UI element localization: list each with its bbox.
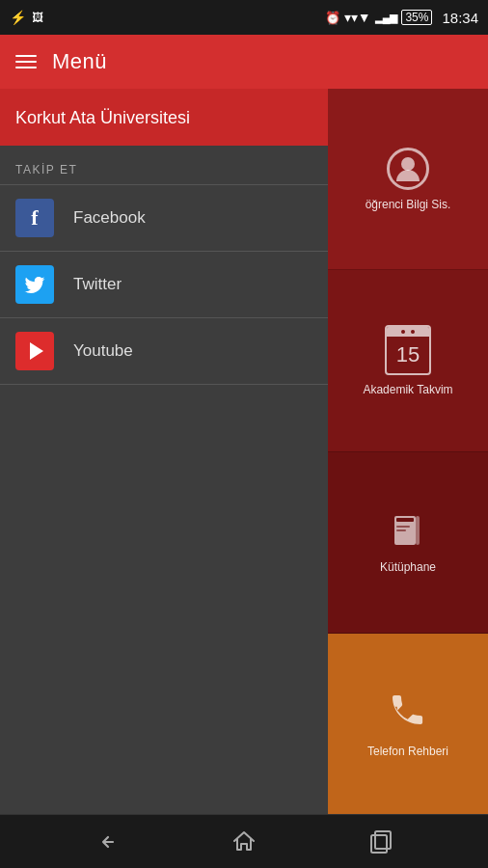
app-bar: Menü [0,35,488,89]
drawer-header-title: Korkut Ata Üniversitesi [15,108,190,127]
status-bar: ⚡ 🖼 ⏰ ▾▾▼ ▂▄▆ 35% 18:34 [0,0,488,35]
calendar-icon: 15 [385,325,431,375]
status-bar-right: ⏰ ▾▾▼ ▂▄▆ 35% 18:34 [325,10,478,26]
svg-rect-2 [396,518,414,522]
tile-akademik[interactable]: 15 Akademik Takvim [328,270,488,451]
calendar-day: 15 [387,337,429,373]
usb-icon: ⚡ [10,10,26,25]
svg-rect-3 [416,516,420,545]
tile-telefon[interactable]: Telefon Rehberi [328,634,488,814]
tile-kutuphane[interactable]: Kütüphane [328,452,488,634]
tile-ogrenci-label: öğrenci Bilgi Sis. [366,198,451,211]
svg-rect-5 [396,529,406,531]
wifi-icon: ▾▾▼ [344,10,371,25]
svg-point-0 [401,157,415,171]
nav-bar [0,814,488,868]
tile-telefon-label: Telefon Rehberi [367,745,448,758]
svg-rect-4 [396,526,410,528]
tile-ogrenci[interactable]: öğrenci Bilgi Sis. [328,89,488,270]
svg-rect-7 [375,831,391,849]
twitter-label: Twitter [73,275,122,294]
facebook-icon: f [31,205,38,231]
battery-icon: 35% [401,10,432,25]
recents-button[interactable] [352,823,410,861]
app-bar-title: Menü [52,49,107,74]
calendar-dot-right [411,330,415,334]
svg-rect-6 [371,835,387,853]
menu-item-facebook[interactable]: f Facebook [0,185,328,252]
menu-item-youtube[interactable]: Youtube [0,318,328,385]
book-icon [387,510,429,553]
facebook-icon-bg: f [15,199,54,237]
hamburger-line-1 [15,55,37,57]
home-button[interactable] [215,823,273,861]
drawer-header: Korkut Ata Üniversitesi [0,89,328,146]
alarm-icon: ⏰ [325,11,340,25]
image-icon: 🖼 [32,11,43,24]
phone-icon [389,690,427,737]
signal-icon: ▂▄▆ [375,12,398,24]
status-time: 18:34 [442,10,478,26]
tile-kutuphane-label: Kütüphane [380,560,436,574]
drawer: Korkut Ata Üniversitesi TAKİP ET f Faceb… [0,89,328,814]
status-bar-left: ⚡ 🖼 [10,10,43,25]
hamburger-button[interactable] [15,55,37,68]
battery-level: 35% [405,11,428,24]
calendar-dot-left [401,330,405,334]
hamburger-line-2 [15,61,37,63]
youtube-play-icon [30,342,43,360]
youtube-icon-bg [15,332,54,370]
back-button[interactable] [78,823,136,861]
menu-item-twitter[interactable]: Twitter [0,252,328,318]
calendar-header [387,327,429,337]
tile-akademik-label: Akademik Takvim [363,383,452,396]
person-icon [387,148,429,190]
twitter-icon-bg [15,265,54,304]
hamburger-line-3 [15,67,37,68]
main-content: Korkut Ata Üniversitesi TAKİP ET f Faceb… [0,89,488,814]
drawer-content: TAKİP ET f Facebook Twitter [0,146,328,814]
right-panel: öğrenci Bilgi Sis. 15 Akademik Takvim [328,89,488,814]
youtube-label: Youtube [73,341,133,361]
section-label-follow: TAKİP ET [0,146,328,184]
twitter-bird-icon [23,273,46,296]
facebook-label: Facebook [73,208,146,228]
